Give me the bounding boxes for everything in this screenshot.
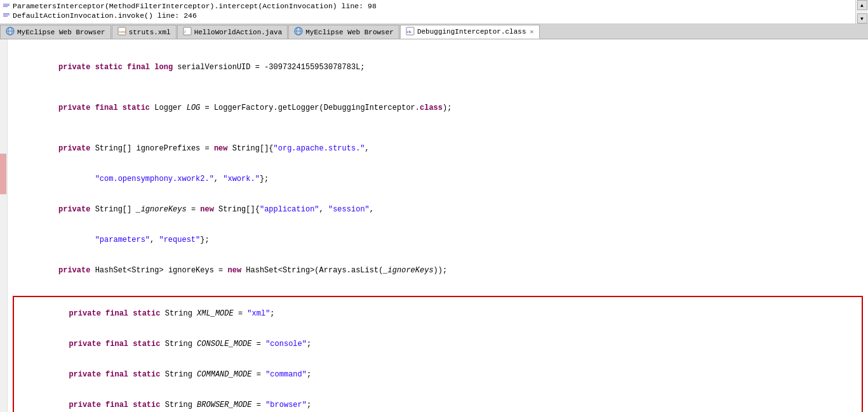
code-line-1 xyxy=(13,42,863,52)
code-line-3 xyxy=(13,83,863,93)
code-line-12: private final static String XML_MODE = "… xyxy=(14,298,862,329)
stack-trace-area: ParametersInterceptor(MethodFilterInterc… xyxy=(0,0,868,24)
editor-gutter xyxy=(0,39,8,412)
code-line-11 xyxy=(13,286,863,296)
code-line-2: private static final long serialVersionU… xyxy=(13,52,863,83)
class-icon: cls xyxy=(406,27,415,37)
tab-struts[interactable]: xml struts.xml xyxy=(112,25,177,39)
svg-rect-3 xyxy=(3,13,10,14)
svg-text:J: J xyxy=(184,29,186,34)
tab-debugging-label: DebuggingInterceptor.class xyxy=(417,28,526,36)
stack-frame-1[interactable]: ParametersInterceptor(MethodFilterInterc… xyxy=(3,1,850,11)
java-icon: J xyxy=(183,27,192,37)
svg-rect-4 xyxy=(3,15,10,15)
code-line-13: private final static String CONSOLE_MODE… xyxy=(14,329,862,359)
code-line-4: private final static Logger LOG = Logger… xyxy=(13,93,863,123)
code-line-7: "com.opensymphony.xwork2.", "xwork."}; xyxy=(13,164,863,194)
stack-frame-icon-2 xyxy=(3,12,10,20)
code-line-9: "parameters", "request"}; xyxy=(13,225,863,255)
code-line-5 xyxy=(13,123,863,133)
tab-helloworldaction-label: HelloWorldAction.java xyxy=(194,29,283,36)
stack-trace-scrollbar[interactable]: ▲ ▼ xyxy=(855,0,868,23)
svg-text:cls: cls xyxy=(407,30,411,34)
editor-tab-bar: MyEclipse Web Browser xml struts.xml J H… xyxy=(0,24,868,39)
scroll-down-btn[interactable]: ▼ xyxy=(857,13,867,23)
scroll-up-btn[interactable]: ▲ xyxy=(857,0,867,10)
code-line-14: private final static String COMMAND_MODE… xyxy=(14,359,862,390)
svg-text:xml: xml xyxy=(119,29,126,34)
code-line-15: private final static String BROWSER_MODE… xyxy=(14,390,862,412)
tab-mybrowser2-label: MyEclipse Web Browser xyxy=(305,29,394,36)
browser-icon xyxy=(6,27,15,37)
stack-trace-lines: ParametersInterceptor(MethodFilterInterc… xyxy=(3,1,865,20)
svg-rect-0 xyxy=(3,4,10,4)
tab-helloworldaction[interactable]: J HelloWorldAction.java xyxy=(177,25,288,39)
tab-debugging-close[interactable]: ✕ xyxy=(530,28,534,36)
tab-mybrowser1-label: MyEclipse Web Browser xyxy=(17,29,105,36)
highlighted-block: private final static String XML_MODE = "… xyxy=(13,296,863,412)
code-lines-container: private static final long serialVersionU… xyxy=(8,39,868,412)
tab-mybrowser2[interactable]: MyEclipse Web Browser xyxy=(288,25,399,39)
tab-struts-label: struts.xml xyxy=(129,29,171,36)
code-line-8: private String[] _ignoreKeys = new Strin… xyxy=(13,194,863,225)
code-line-10: private HashSet<String> ignoreKeys = new… xyxy=(13,255,863,286)
tab-mybrowser1[interactable]: MyEclipse Web Browser xyxy=(0,25,111,39)
stack-frame-text-2: DefaultActionInvocation.invoke() line: 2… xyxy=(13,11,197,20)
svg-rect-1 xyxy=(3,5,10,6)
code-line-6: private String[] ignorePrefixes = new St… xyxy=(13,133,863,164)
stack-frame-icon-1 xyxy=(3,3,10,10)
stack-frame-2[interactable]: DefaultActionInvocation.invoke() line: 2… xyxy=(3,11,850,20)
svg-rect-5 xyxy=(3,16,8,17)
stack-frame-text-1: ParametersInterceptor(MethodFilterInterc… xyxy=(13,2,377,10)
xml-icon: xml xyxy=(117,27,126,37)
tab-debugging[interactable]: cls DebuggingInterceptor.class ✕ xyxy=(400,25,540,39)
browser-icon-2 xyxy=(294,27,303,37)
svg-rect-2 xyxy=(3,6,8,7)
code-editor: private static final long serialVersionU… xyxy=(0,39,868,412)
